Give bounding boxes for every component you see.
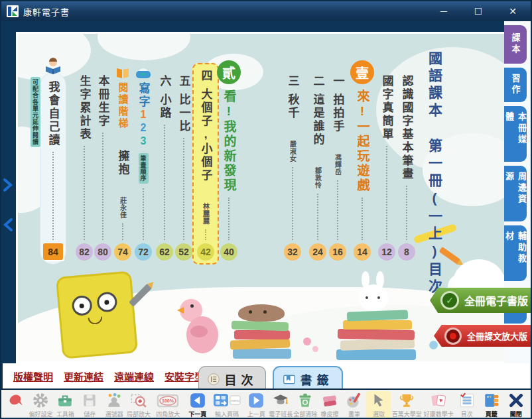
toolbar-million-academy[interactable]: 百萬大學堂 (391, 391, 423, 418)
toolbar-prev-page[interactable]: 上一頁 (244, 391, 269, 418)
mascot-eye (96, 291, 118, 313)
bottom-tab-bookmark[interactable]: 書籤 (273, 366, 343, 391)
link-remote-connection[interactable]: 遠端連線 (114, 369, 154, 383)
page-number-badge[interactable]: 52 (175, 243, 192, 261)
toolbar-select[interactable]: 選取 (366, 391, 391, 418)
toc-lesson-4-highlighted[interactable]: 四大個子,小個子 林麗麗 42 (192, 63, 219, 265)
toolbar-page-input[interactable]: menu 輸入頁碼 (210, 391, 244, 418)
dotted-leader (205, 229, 206, 240)
tab-auxiliary-materials[interactable]: 輔助教材 (504, 225, 527, 281)
tab-volume-media[interactable]: 本冊媒體 (504, 106, 527, 162)
close-button[interactable]: ✕ (505, 6, 520, 17)
prev-page-icon (247, 392, 265, 409)
book-mascot-illustration (56, 270, 138, 359)
toolbar-eraser[interactable]: 橡皮擦 (318, 391, 342, 418)
toc-entry-character-chart[interactable]: 生字累計表 82 (72, 75, 96, 261)
dotted-leader (143, 188, 144, 240)
bottom-tab-toc[interactable]: 目次 (198, 366, 266, 391)
link-copyright[interactable]: 版權聲明 (13, 369, 53, 383)
toolbar-zoom-corners[interactable]: 100% 四角放大 (151, 391, 186, 418)
page-number-badge[interactable]: 40 (220, 243, 237, 261)
toolbar-page-tabs[interactable]: 頁籤 (479, 391, 503, 418)
dotted-leader (52, 152, 54, 240)
lesson-title: 六小路 (159, 75, 170, 120)
toc-entry-simple-characters[interactable]: 國字真簡單 12 (375, 75, 399, 261)
page-number-badge[interactable]: 32 (284, 243, 301, 261)
toolbar-toc[interactable]: 目次 (454, 391, 479, 418)
link-update[interactable]: 更新連結 (64, 369, 103, 383)
prev-page-chevron[interactable] (3, 217, 13, 232)
dotted-leader (183, 138, 184, 240)
toc-lesson-6[interactable]: 六小路 62 (153, 75, 176, 261)
marker-icon (135, 67, 151, 79)
page-number-badge-current[interactable]: 42 (197, 243, 214, 261)
toolbar-next-page[interactable]: 下一頁 (185, 391, 210, 418)
toolbar-class-leader[interactable]: 電子班長 (269, 391, 293, 418)
dotted-leader (164, 125, 165, 240)
full-text-enlarged-version-button[interactable]: 全冊課文放大版 (434, 325, 531, 347)
entry-title: 本冊生字 (98, 75, 109, 128)
page-number-badge[interactable]: 80 (94, 243, 111, 261)
toc-entry-writing-123[interactable]: 寫字123 筆畫順序 72 (131, 67, 155, 261)
toc-lesson-3[interactable]: 三秋千 嚴淑女 32 (281, 75, 304, 261)
laser-pointer-icon (7, 392, 25, 409)
toc-unit1[interactable]: 壹 來!一起玩遊戲 14 (350, 60, 374, 261)
tab-peripheral-resources[interactable]: 周邊資源 (504, 166, 527, 221)
page-number-badge[interactable]: 74 (114, 243, 131, 261)
select-cursor-icon (370, 392, 387, 409)
palette-brush-icon (346, 392, 363, 409)
lesson-title: 四大個子,小個子 林麗麗 (200, 70, 212, 225)
book-stack-illustration (336, 274, 436, 360)
toc-page-title: 國語課本 第一冊(一上)目次 (428, 51, 442, 296)
dotted-leader (386, 146, 387, 240)
entry-title: 寫字123 (138, 82, 149, 149)
page-number-badge[interactable]: 12 (378, 243, 395, 261)
toolbar-toolbox[interactable]: 工具箱 (53, 391, 78, 418)
mascot-smile (88, 316, 103, 325)
toc-unit2[interactable]: 貳 看!我的新發現 40 (217, 60, 241, 261)
page-number-badge[interactable]: 24 (309, 243, 326, 261)
unit1-badge: 壹 (350, 60, 374, 84)
toolbar-save[interactable]: 儲存 (78, 391, 102, 418)
reading-person-icon (43, 57, 63, 74)
page-number-badge[interactable]: 16 (329, 243, 346, 261)
tab-workbook[interactable]: 習作 (504, 68, 527, 102)
page-number-badge[interactable]: 14 (354, 243, 371, 261)
title-bar: 康軒電子書 ─ ☐ ✕ (1, 1, 531, 21)
toc-lesson-2[interactable]: 二這是誰的 鄒敦怜 24 (306, 75, 330, 261)
book-stack-illustration (229, 286, 295, 359)
dotted-leader (406, 186, 407, 240)
toolbar-number-picker[interactable]: 選號器 (102, 391, 127, 418)
toolbar-paint-brush[interactable]: 畫筆 (342, 391, 367, 418)
toolbar-zoom-area[interactable]: 局部放大 (127, 391, 151, 418)
flower-decoration (429, 341, 438, 349)
maximize-button[interactable]: ☐ (471, 6, 486, 17)
cloud-decoration (98, 32, 190, 60)
entry-note: 可配合各單元延伸閱讀 (31, 77, 40, 147)
page-number-badge[interactable]: 8 (398, 243, 415, 261)
page-number-badge[interactable]: 62 (156, 243, 173, 261)
toc-entry-self-reading[interactable]: 可配合各單元延伸閱讀 我會自己讀 84 (40, 72, 66, 265)
tab-textbook[interactable]: 課本 (504, 25, 527, 64)
toolbar-preferences[interactable]: 偏好設定 (29, 391, 53, 418)
page-tabs-icon (483, 392, 500, 409)
page-input-icon: menu (213, 392, 241, 409)
toc-list-icon (458, 392, 476, 409)
dotted-leader (122, 223, 123, 240)
minimize-button[interactable]: ─ (436, 6, 451, 17)
toolbar-teaching-cards[interactable]: ♥ 好康教學卡 (423, 391, 454, 418)
toolbox-icon (56, 392, 74, 409)
toc-entry-title: 認識國字基本筆畫 (401, 75, 413, 181)
full-ebook-version-button[interactable]: ✓ 全冊電子書版 (430, 288, 531, 313)
toolbar-clear-all[interactable]: 全部清除 (293, 391, 318, 418)
page-number-badge[interactable]: 72 (135, 243, 152, 261)
dotted-leader (337, 180, 338, 240)
page-number-badge[interactable]: 84 (43, 243, 63, 260)
toolbar-close[interactable]: 關閉 (503, 391, 528, 418)
toolbar-laser-pointer[interactable] (4, 391, 29, 410)
graduation-cap-icon (272, 392, 289, 409)
entry-title: 閱讀階梯 擁抱 莊永佳 (117, 82, 129, 219)
next-page-chevron[interactable] (3, 178, 13, 192)
entry-author: 莊永佳 (119, 197, 127, 219)
page-number-badge[interactable]: 82 (76, 243, 93, 261)
